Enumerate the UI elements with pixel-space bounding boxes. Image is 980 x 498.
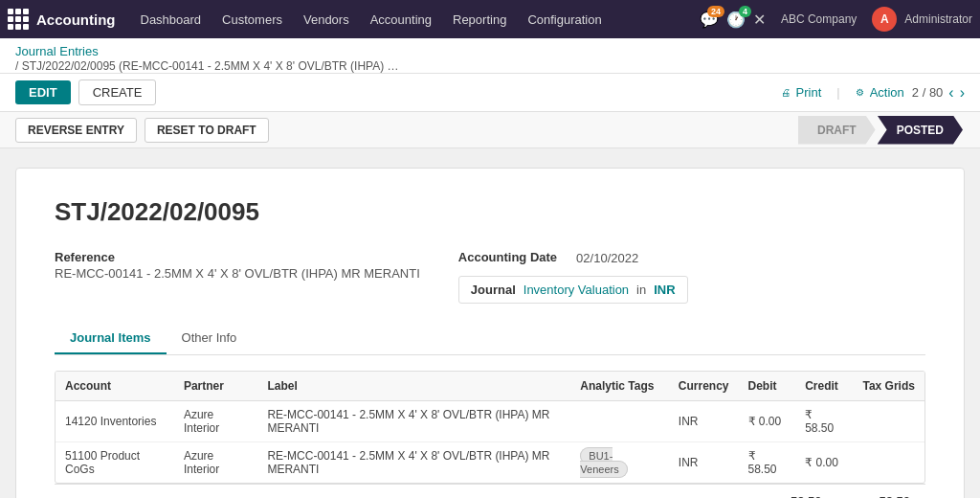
- breadcrumb-bar: Journal Entries / STJ/2022/02/0095 (RE-M…: [0, 38, 980, 74]
- cell-credit: ₹ 0.00: [795, 442, 853, 484]
- close-icon[interactable]: ✕: [753, 11, 766, 29]
- nav-customers[interactable]: Customers: [212, 0, 292, 38]
- cell-currency: INR: [669, 442, 739, 484]
- chat-icon[interactable]: 💬 24: [700, 11, 719, 29]
- status-stages: DRAFT POSTED: [798, 116, 965, 145]
- form-fields: Reference RE-MCC-00141 - 2.5MM X 4' X 8'…: [55, 250, 925, 304]
- cell-partner: Azure Interior: [174, 401, 257, 442]
- totals-row: 58.50 58.50: [55, 484, 925, 498]
- action-link[interactable]: ⚙ Action: [856, 85, 904, 100]
- reference-value: RE-MCC-00141 - 2.5MM X 4' X 8' OVL/BTR (…: [55, 266, 420, 281]
- nav-reporting[interactable]: Reporting: [443, 0, 516, 38]
- col-tax-grids: Tax Grids: [853, 372, 924, 401]
- journal-items-table: Account Partner Label Analytic Tags Curr…: [55, 371, 925, 484]
- tab-journal-items[interactable]: Journal Items: [55, 323, 167, 354]
- total-credit: 58.50: [879, 494, 910, 498]
- journal-currency[interactable]: INR: [654, 283, 675, 297]
- col-partner: Partner: [174, 372, 257, 401]
- edit-button[interactable]: EDIT: [15, 80, 71, 104]
- print-label: Print: [796, 85, 822, 100]
- reference-field: Reference RE-MCC-00141 - 2.5MM X 4' X 8'…: [55, 250, 420, 304]
- nav-vendors[interactable]: Vendors: [294, 0, 359, 38]
- action-bar: EDIT CREATE 🖨 Print | ⚙ Action 2 / 80 ‹ …: [0, 74, 980, 112]
- nav-configuration[interactable]: Configuration: [518, 0, 611, 38]
- chat-badge: 24: [707, 6, 724, 17]
- nav-dashboard[interactable]: Dashboard: [131, 0, 212, 38]
- total-credit-value: 58.50: [879, 494, 910, 498]
- cell-account: 14120 Inventories: [56, 401, 174, 442]
- breadcrumb-current: / STJ/2022/02/0095 (RE-MCC-00141 - 2.5MM…: [15, 59, 399, 73]
- app-grid-icon[interactable]: [8, 9, 29, 30]
- journal-label: Journal: [471, 283, 516, 297]
- stage-posted[interactable]: POSTED: [878, 116, 963, 145]
- journal-field: Journal Inventory Valuation in INR: [458, 276, 688, 304]
- print-link[interactable]: 🖨 Print: [781, 85, 822, 100]
- reset-to-draft-button[interactable]: RESET TO DRAFT: [145, 118, 269, 143]
- pagination: 2 / 80 ‹ ›: [912, 84, 965, 102]
- right-icons: 💬 24 🕐 4 ✕ ABC Company A Administrator: [700, 7, 972, 32]
- prev-page-button[interactable]: ‹: [948, 84, 953, 102]
- separator: |: [836, 85, 839, 100]
- cell-partner: Azure Interior: [174, 442, 257, 484]
- breadcrumb-parent[interactable]: Journal Entries: [15, 44, 99, 58]
- top-navigation: Accounting Dashboard Customers Vendors A…: [0, 0, 980, 38]
- col-credit: Credit: [795, 372, 853, 401]
- accounting-date-field: Accounting Date 02/10/2022: [458, 250, 688, 266]
- cell-label: RE-MCC-00141 - 2.5MM X 4' X 8' OVL/BTR (…: [257, 401, 570, 442]
- col-currency: Currency: [669, 372, 739, 401]
- journal-value[interactable]: Inventory Valuation: [523, 283, 629, 297]
- cell-currency: INR: [669, 401, 739, 442]
- avatar: A: [872, 7, 897, 32]
- cell-label: RE-MCC-00141 - 2.5MM X 4' X 8' OVL/BTR (…: [257, 442, 570, 484]
- cell-debit: ₹ 0.00: [739, 401, 796, 442]
- status-bar: REVERSE ENTRY RESET TO DRAFT DRAFT POSTE…: [0, 112, 980, 148]
- company-name: ABC Company: [781, 12, 857, 26]
- create-button[interactable]: CREATE: [78, 79, 157, 105]
- col-account: Account: [56, 372, 174, 401]
- form-card: STJ/2022/02/0095 Reference RE-MCC-00141 …: [15, 168, 965, 498]
- cell-tax-grids: [853, 401, 924, 442]
- stage-draft[interactable]: DRAFT: [798, 116, 876, 145]
- table-row[interactable]: 51100 Product CoGs Azure Interior RE-MCC…: [56, 442, 924, 484]
- col-label: Label: [257, 372, 570, 401]
- nav-accounting[interactable]: Accounting: [361, 0, 441, 38]
- next-page-button[interactable]: ›: [960, 84, 965, 102]
- reference-label: Reference: [55, 250, 420, 264]
- tabs: Journal Items Other Info: [55, 323, 925, 355]
- tab-other-info[interactable]: Other Info: [167, 323, 253, 354]
- print-dot-icon: 🖨: [781, 87, 791, 98]
- nav-items: Dashboard Customers Vendors Accounting R…: [131, 0, 700, 38]
- activity-icon[interactable]: 🕐 4: [726, 11, 746, 29]
- table-header-row: Account Partner Label Analytic Tags Curr…: [56, 372, 924, 401]
- cell-account: 51100 Product CoGs: [56, 442, 174, 484]
- cell-credit: ₹ 58.50: [795, 401, 853, 442]
- pagination-count: 2 / 80: [912, 85, 944, 100]
- total-debit: 58.50: [791, 494, 822, 498]
- table-row[interactable]: 14120 Inventories Azure Interior RE-MCC-…: [56, 401, 924, 442]
- main-content: STJ/2022/02/0095 Reference RE-MCC-00141 …: [0, 148, 980, 498]
- journal-in: in: [636, 283, 646, 297]
- reverse-entry-button[interactable]: REVERSE ENTRY: [15, 118, 137, 143]
- col-analytic-tags: Analytic Tags: [570, 372, 668, 401]
- cell-analytic-tags: BU1-Veneers: [570, 442, 668, 484]
- action-dot-icon: ⚙: [856, 87, 864, 98]
- total-debit-value: 58.50: [791, 494, 822, 498]
- activity-badge: 4: [739, 6, 751, 17]
- cell-analytic-tags: [570, 401, 668, 442]
- cell-tax-grids: [853, 442, 924, 484]
- cell-debit: ₹ 58.50: [739, 442, 796, 484]
- form-title: STJ/2022/02/0095: [55, 197, 925, 227]
- admin-name: Administrator: [904, 12, 972, 26]
- app-name: Accounting: [36, 11, 116, 28]
- action-label: Action: [870, 85, 904, 100]
- accounting-date-label: Accounting Date: [458, 250, 557, 264]
- col-debit: Debit: [739, 372, 796, 401]
- accounting-date-value: 02/10/2022: [576, 251, 638, 265]
